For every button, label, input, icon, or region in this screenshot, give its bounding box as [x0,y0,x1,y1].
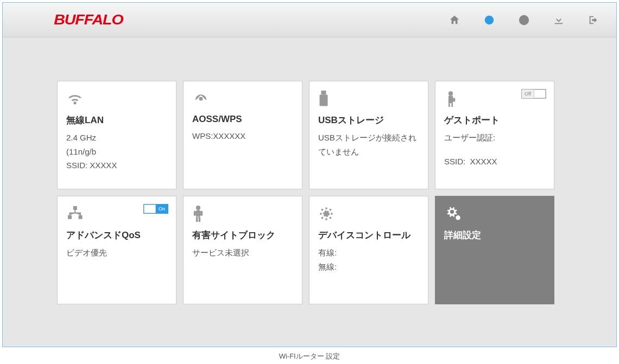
svg-point-26 [321,209,324,211]
svg-point-21 [324,211,329,216]
svg-rect-8 [449,96,453,104]
tile-wireless-lan[interactable]: 無線LAN 2.4 GHz (11n/g/b SSID: XXXXX [57,81,176,189]
svg-rect-14 [79,215,83,219]
device-icon [318,204,419,223]
logout-icon[interactable] [587,14,600,27]
usb-icon [318,89,419,108]
svg-rect-20 [199,216,200,222]
svg-rect-18 [200,211,203,216]
svg-rect-16 [196,210,200,216]
svg-point-22 [325,207,327,209]
toggle-label: On [156,206,168,212]
aoss-icon [192,89,293,108]
wps-label: WPS: [192,131,213,141]
svg-point-27 [330,209,332,211]
tile-title: アドバンスドQoS [66,229,167,241]
topbar: BUFFALO [3,3,616,37]
tile-advanced-settings[interactable]: 詳細設定 [435,196,554,304]
svg-rect-19 [196,216,198,222]
svg-point-23 [325,218,327,220]
svg-rect-13 [68,215,72,219]
status-icon[interactable] [483,14,496,27]
tile-title: 無線LAN [66,114,167,126]
main-area: 無線LAN 2.4 GHz (11n/g/b SSID: XXXXX AOSS/… [3,37,616,315]
tile-title: 有害サイトブロック [192,229,293,241]
svg-rect-9 [453,98,455,102]
wlan-mode: (11n/g/b [66,145,167,159]
tile-guest-port[interactable]: Off ゲストポート ユーザー認証: SSID: XXXXX [435,81,554,189]
buffalo-logo: BUFFALO [54,11,123,28]
svg-rect-17 [194,211,196,216]
guest-auth: ユーザー認証: [444,131,545,145]
tile-device-control[interactable]: デバイスコントロール 有線: 無線: [309,196,428,304]
qos-toggle[interactable]: On [143,204,168,214]
svg-point-0 [485,15,494,24]
svg-rect-5 [321,91,326,95]
tile-body: ビデオ優先 [66,246,167,260]
tile-title: AOSS/WPS [192,114,293,125]
tile-body: ユーザー認証: SSID: XXXXX [444,131,545,168]
download-icon[interactable] [552,14,565,27]
guest-toggle[interactable]: Off [521,89,546,99]
wps-value: XXXXXX [213,131,245,141]
tile-body: USBストレージが接続されていません [318,131,419,158]
tile-title: デバイスコントロール [318,229,419,241]
tile-title: 詳細設定 [444,229,545,241]
wlan-ssid: SSID: XXXXX [66,158,167,173]
tile-title: ゲストポート [444,114,545,126]
tile-body: サービス未選択 [192,246,293,260]
gears-icon [444,204,545,223]
svg-rect-2 [523,19,525,22]
svg-point-28 [321,217,324,219]
toggle-label: Off [522,91,534,97]
page-caption: Wi-FIルーター 設定 [2,347,617,361]
tile-body: 有線: 無線: [318,246,419,273]
svg-rect-3 [523,17,525,18]
info-icon[interactable] [517,14,530,27]
svg-point-7 [449,91,453,95]
person-icon [192,204,293,223]
device-wireless: 無線: [318,260,419,274]
nav-icons [448,14,600,27]
tile-title: USBストレージ [318,114,419,126]
wlan-band: 2.4 GHz [66,131,167,145]
tile-body: 2.4 GHz (11n/g/b SSID: XXXXX [66,131,167,173]
wifi-icon [66,89,167,108]
home-icon[interactable] [448,14,461,27]
svg-point-30 [456,215,460,220]
tile-site-block[interactable]: 有害サイトブロック サービス未選択 [183,196,302,304]
svg-rect-10 [449,103,450,107]
tile-usb-storage[interactable]: USBストレージ USBストレージが接続されていません [309,81,428,189]
tile-grid: 無線LAN 2.4 GHz (11n/g/b SSID: XXXXX AOSS/… [57,81,562,304]
svg-point-15 [196,206,200,210]
router-admin-frame: BUFFALO 無線L [2,2,617,347]
tile-body: WPS:XXXXXX [192,129,293,143]
guest-ssid: SSID: XXXXX [444,155,545,169]
tile-qos[interactable]: On アドバンスドQoS ビデオ優先 [57,196,176,304]
svg-point-4 [199,97,203,101]
svg-point-29 [330,217,332,219]
svg-rect-12 [73,206,77,210]
svg-rect-11 [451,103,453,107]
tile-aoss-wps[interactable]: AOSS/WPS WPS:XXXXXX [183,81,302,189]
svg-point-25 [331,213,333,215]
svg-point-24 [320,213,322,215]
device-wired: 有線: [318,246,419,260]
svg-rect-6 [320,95,328,106]
